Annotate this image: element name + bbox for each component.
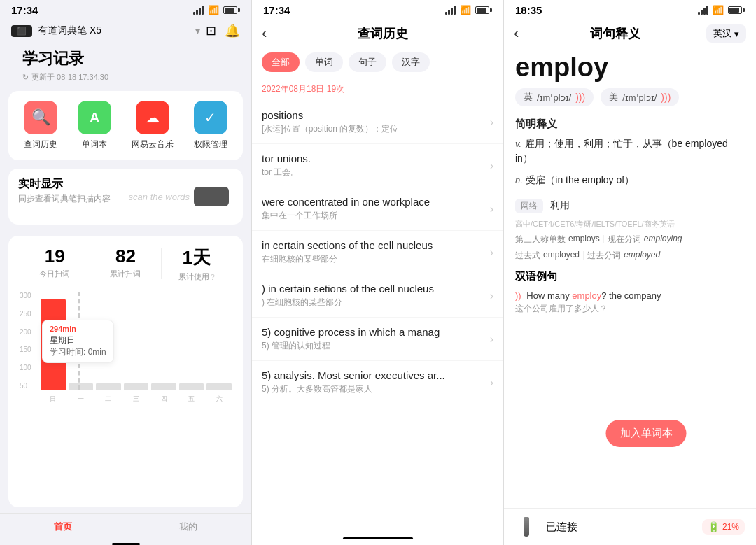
back-button-2[interactable]: ‹ [262,24,267,43]
signal-icon [193,6,204,15]
bar-fill-thu [151,383,176,390]
conj-label-pres: 现在分词 [608,234,641,246]
hi-arrow-2: › [490,203,493,215]
play-us-icon[interactable]: ))) [661,92,671,103]
status-bar-2: 17:34 📶 [252,0,503,19]
hi-arrow-5: › [490,333,493,346]
status-icons-1: 📶 [193,5,240,15]
time-1: 17:34 [11,4,38,16]
hi-arrow-0: › [490,116,493,129]
hi-main-6: 5) analysis. Most senior executives ar..… [262,369,490,381]
bell-icon[interactable]: 🔔 [225,23,240,38]
device-indicator: ⬛ [17,27,27,36]
history-item-0[interactable]: positions [水运]位置（position 的复数）；定位 › [252,101,503,144]
play-uk-icon[interactable]: ))) [575,92,585,103]
history-header: ‹ 查词历史 [252,19,503,50]
qa-history[interactable]: 🔍 查词历史 [24,101,57,150]
wifi-icon: 📶 [208,5,219,15]
tab-home[interactable]: 首页 [0,521,126,533]
status-bar-3: 18:35 📶 [504,0,756,19]
panel-history: 17:34 📶 ‹ 查词历史 全部 单词 句子 汉字 2022年08月18日 1… [252,0,504,545]
qa-wordbook-label: 单词本 [82,139,107,150]
tooltip-day: 星期日 [50,334,106,346]
status-icons-2: 📶 [445,4,492,16]
conj-val-3ps: employs [568,234,600,246]
def-pos-v: v. [515,139,522,149]
scan-icon[interactable]: ⊡ [206,23,216,38]
hi-arrow-4: › [490,290,493,302]
hi-arrow-6: › [490,376,493,389]
hi-content-2: were concentrated in one workplace 集中在一个… [262,196,490,222]
stat-today-val: 19 [20,246,90,267]
time-3: 18:35 [515,4,542,16]
phonetic-uk-region: 英 [524,91,533,104]
phonetic-us-ipa: /ɪmˈplɔɪ/ [622,92,657,103]
def-item-n: n. 受雇（in the employ of） [515,173,745,187]
bar-tue [96,383,121,390]
history-item-6[interactable]: 5) analysis. Most senior executives ar..… [252,361,503,404]
hi-sub-4: ) 在细胞核的某些部分 [262,297,490,309]
conj-label-past: 过去式 [515,250,540,262]
realtime-card: 实时显示 同步查看词典笔扫描内容 scan the words [8,169,243,225]
wifi-icon-2: 📶 [460,5,471,15]
main-word: employ [515,52,745,83]
definition-header: ‹ 词句释义 英汉 ▾ [504,19,756,50]
bar-fill-wed [124,383,149,390]
add-wordbook-button[interactable]: 加入单词本 [606,420,687,447]
stat-today-label: 今日扫词 [20,269,90,279]
example-before: How many [526,290,572,301]
network-section: 网络 利用 [515,194,745,215]
history-item-2[interactable]: were concentrated in one workplace 集中在一个… [252,187,503,231]
history-item-3[interactable]: in certain sections of the cell nucleus … [252,231,503,274]
stat-days-label: 累计使用 ? [162,271,232,282]
battery-low-icon: 🔋 [708,521,720,532]
chart-tooltip: 294min 星期日 学习时间: 0min [42,320,114,363]
conj-val-pp: employed [624,250,660,262]
qa-history-icon: 🔍 [24,101,57,134]
back-button-3[interactable]: ‹ [514,24,519,43]
qa-wordbook[interactable]: A 单词本 [78,101,111,150]
bar-fill-sat [206,383,232,390]
lang-chevron-icon: ▾ [734,29,739,39]
filter-word[interactable]: 单词 [305,52,343,72]
phonetic-uk: 英 /ɪmˈplɔɪ/ ))) [515,88,594,106]
update-time: ↻ 更新于 08-18 17:34:30 [11,71,240,88]
history-item-4[interactable]: ) in certain setions of the cell nucleus… [252,274,503,318]
connected-text: 已连接 [546,521,694,534]
level-text: 高中/CET4/CET6/考研/IELTS/TOEFL/商务英语 [515,219,745,229]
filter-all[interactable]: 全部 [262,52,300,72]
stats-card: 19 今日扫词 82 累计扫词 1天 累计使用 ? 300 250 [8,236,243,507]
tab-bar-1: 首页 我的 [0,513,251,537]
battery-icon-2 [475,6,492,14]
hi-sub-2: 集中在一个工作场所 [262,210,490,222]
date-divider: 2022年08月18日 19次 [252,80,503,101]
lang-toggle[interactable]: 英汉 ▾ [706,24,746,43]
qa-permissions[interactable]: ✓ 权限管理 [194,101,227,150]
history-item-5[interactable]: 5) cognitive process in which a manag 5)… [252,318,503,361]
conjugation-row: 第三人称单数 employs | 现在分词 employing [515,234,745,246]
hi-content-6: 5) analysis. Most senior executives ar..… [262,369,490,395]
conjugation-row-2: 过去式 employed | 过去分词 employed [515,250,745,262]
hi-content-5: 5) cognitive process in which a manag 5)… [262,326,490,352]
phonetic-us: 美 /ɪmˈplɔɪ/ ))) [601,88,679,106]
definition-title: 词句释义 [524,25,706,42]
phonetic-row: 英 /ɪmˈplɔɪ/ ))) 美 /ɪmˈplɔɪ/ ))) [515,88,745,106]
conj-val-pres: employing [644,234,682,246]
device-tag: ⬛ [11,25,32,37]
device-arrow[interactable]: ▾ [195,25,200,36]
device-name[interactable]: 有道词典笔 X5 [38,24,190,37]
hi-sub-6: 5) 分析。大多数高管都是家人 [262,383,490,395]
qa-music[interactable]: ☁ 网易云音乐 [132,101,174,150]
example-keyword: employ [572,290,601,301]
device-bar: ⬛ 有道词典笔 X5 ▾ ⊡ 🔔 [0,19,251,43]
status-icons-3: 📶 [698,4,745,16]
tab-mine[interactable]: 我的 [126,521,252,533]
hi-content-3: in certain sections of the cell nucleus … [262,239,490,265]
help-icon[interactable]: ? [211,273,215,281]
panel-definition: 18:35 📶 ‹ 词句释义 英汉 ▾ employ [504,0,756,545]
filter-sentence[interactable]: 句子 [349,52,386,72]
filter-char[interactable]: 汉字 [392,52,430,72]
history-list: positions [水运]位置（position 的复数）；定位 › tor … [252,101,503,532]
history-title: 查词历史 [272,25,493,42]
history-item-1[interactable]: tor unions. tor 工会。 › [252,144,503,187]
